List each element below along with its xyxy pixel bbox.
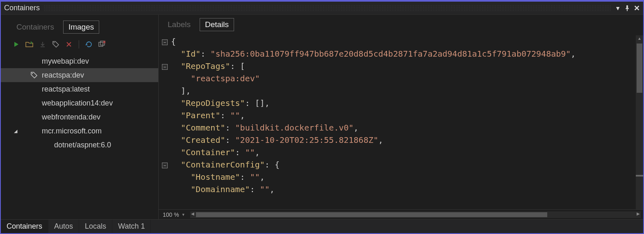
- tree-item-label: dotnet/aspnet:6.0: [54, 141, 111, 149]
- tab-containers[interactable]: Containers: [11, 21, 59, 33]
- tree-item[interactable]: reactspa:latest: [1, 82, 158, 96]
- left-tabs: Containers Images: [1, 17, 158, 38]
- image-tree: mywebapi:dev reactspa:dev reactspa:lates…: [1, 53, 158, 219]
- tree-item-label: mcr.microsoft.com: [42, 127, 102, 135]
- scrollbar-thumb[interactable]: [637, 44, 642, 93]
- zoom-level[interactable]: 100 %: [160, 211, 182, 218]
- run-icon[interactable]: [11, 39, 21, 49]
- scrollbar-thumb[interactable]: [196, 212, 548, 217]
- tree-item[interactable]: webfrontenda:dev: [1, 110, 158, 124]
- titlebar: Containers ▼ ✕: [1, 2, 643, 15]
- open-folder-icon[interactable]: [25, 39, 34, 49]
- tree-item[interactable]: mywebapi:dev: [1, 54, 158, 68]
- svg-point-0: [54, 42, 55, 43]
- tab-labels[interactable]: Labels: [163, 18, 196, 31]
- bottom-tabs: Containers Autos Locals Watch 1: [1, 219, 643, 233]
- tree-item-label: reactspa:latest: [42, 85, 90, 94]
- fold-gutter: − − −: [159, 35, 171, 209]
- right-tabs: Labels Details: [159, 15, 643, 35]
- horizontal-scrollbar[interactable]: [190, 211, 641, 218]
- left-panel: Containers Images: [1, 15, 159, 219]
- containers-tool-window: Containers ▼ ✕ Containers Images: [0, 0, 644, 234]
- toolbar: [1, 38, 158, 53]
- tree-item[interactable]: reactspa:dev: [1, 68, 158, 82]
- toolbar-separator: [79, 40, 79, 48]
- tag-icon[interactable]: [51, 39, 61, 49]
- refresh-icon[interactable]: [84, 39, 94, 49]
- fold-toggle[interactable]: −: [162, 163, 168, 168]
- tree-item-label: webfrontenda:dev: [42, 113, 100, 122]
- close-icon[interactable]: ✕: [634, 4, 640, 13]
- tree-item-label: mywebapi:dev: [42, 57, 89, 66]
- download-icon[interactable]: [38, 39, 48, 49]
- btab-watch1[interactable]: Watch 1: [112, 220, 151, 233]
- vertical-scrollbar[interactable]: ▲: [636, 35, 643, 209]
- zoom-dropdown-icon[interactable]: ▼: [182, 213, 188, 217]
- scrollbar-mark: [636, 175, 643, 177]
- btab-locals[interactable]: Locals: [79, 220, 112, 233]
- window-dropdown-icon[interactable]: ▼: [615, 5, 621, 11]
- tree-item-label: reactspa:dev: [42, 71, 84, 80]
- right-panel: Labels Details − − − { "Id": "sha256:0ba…: [159, 15, 643, 219]
- fold-toggle[interactable]: −: [162, 39, 168, 45]
- json-content[interactable]: { "Id": "sha256:0ba11079ff947bb687e20d8d…: [171, 35, 636, 209]
- prune-icon[interactable]: [97, 39, 107, 49]
- fold-toggle[interactable]: −: [162, 64, 168, 70]
- json-editor: − − − { "Id": "sha256:0ba11079ff947bb687…: [159, 35, 643, 209]
- tree-item-label: webapplication14:dev: [42, 99, 113, 108]
- btab-autos[interactable]: Autos: [48, 220, 79, 233]
- titlebar-grip[interactable]: [44, 5, 611, 11]
- tree-item[interactable]: webapplication14:dev: [1, 96, 158, 110]
- expand-icon[interactable]: ◢: [14, 128, 17, 134]
- btab-containers[interactable]: Containers: [1, 220, 48, 233]
- tag-icon: [30, 71, 38, 79]
- svg-point-3: [32, 73, 33, 74]
- tab-details[interactable]: Details: [200, 18, 234, 31]
- editor-status: 100 % ▼: [159, 209, 643, 219]
- svg-rect-1: [99, 42, 103, 46]
- tab-images[interactable]: Images: [63, 21, 99, 34]
- window-controls: ▼ ✕: [615, 4, 640, 13]
- delete-icon[interactable]: [64, 39, 74, 49]
- tree-item[interactable]: dotnet/aspnet:6.0: [1, 138, 158, 152]
- pin-icon[interactable]: [625, 5, 630, 11]
- window-title: Containers: [4, 4, 40, 12]
- tree-item[interactable]: ◢ mcr.microsoft.com: [1, 124, 158, 138]
